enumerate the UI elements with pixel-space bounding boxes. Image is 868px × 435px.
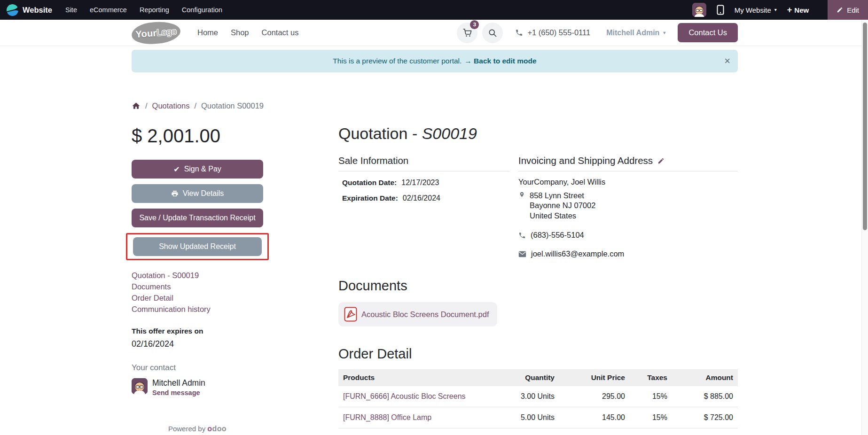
my-website-dropdown[interactable]: My Website ▾	[735, 6, 777, 14]
menu-ecommerce[interactable]: eCommerce	[90, 6, 127, 14]
quotation-sidebar: $ 2,001.00 ✔ Sign & Pay View Details Sav…	[132, 124, 263, 433]
save-update-receipt-button[interactable]: Save / Update Transaction Receipt	[132, 209, 263, 227]
cell-quantity: 3.00 Units	[496, 386, 559, 407]
your-contact-label: Your contact	[132, 363, 263, 373]
website-app-icon	[5, 3, 19, 17]
breadcrumb-home[interactable]	[132, 101, 141, 110]
col-taxes: Taxes	[630, 369, 672, 386]
anchor-order-detail[interactable]: Order Detail	[132, 292, 263, 303]
user-avatar[interactable]	[692, 3, 706, 17]
edit-label: Edit	[847, 6, 859, 14]
cart-button[interactable]: 3	[457, 23, 477, 43]
avatar-image	[132, 378, 148, 394]
address-email-row: joel.willis63@example.com	[518, 249, 738, 258]
check-icon: ✔	[173, 165, 180, 174]
envelope-icon	[518, 251, 526, 257]
breadcrumb-separator: /	[145, 101, 148, 110]
odoo-wordmark[interactable]: odoo	[207, 425, 227, 433]
edit-button[interactable]: Edit	[828, 0, 868, 20]
anchor-communication-history[interactable]: Communication history	[132, 303, 263, 315]
backend-menu: Site eCommerce Reporting Configuration	[65, 6, 222, 14]
title-prefix: Quotation -	[338, 124, 422, 142]
nav-contact-us[interactable]: Contact us	[262, 28, 299, 37]
mobile-preview-icon[interactable]	[717, 5, 724, 15]
search-icon	[488, 28, 497, 38]
header-phone[interactable]: +1 (650) 555-0111	[515, 28, 590, 37]
edit-pencil-icon[interactable]	[657, 157, 665, 164]
documents-heading: Documents	[338, 278, 738, 294]
portal-preview-banner: This is a preview of the customer portal…	[132, 50, 738, 72]
menu-configuration[interactable]: Configuration	[182, 6, 222, 14]
yourlogo-logo[interactable]: YourLogo	[131, 20, 181, 45]
page-title: Quotation - S00019	[338, 124, 738, 143]
offer-expiry: This offer expires on 02/16/2024	[132, 327, 263, 349]
banner-message: This is a preview of the customer portal…	[333, 57, 461, 65]
menu-site[interactable]: Site	[65, 6, 77, 14]
odoo-doo: doo	[212, 425, 227, 433]
anchor-quotation[interactable]: Quotation - S00019	[132, 270, 263, 281]
col-unit-price: Unit Price	[559, 369, 630, 386]
scrollbar-thumb[interactable]	[863, 23, 867, 230]
quotation-date-row: Quotation Date: 12/17/2023	[338, 179, 510, 187]
address-email: joel.willis63@example.com	[531, 249, 624, 258]
send-message-link[interactable]: Send message	[152, 389, 205, 396]
cell-unit-price: 295.00	[559, 386, 630, 407]
nav-shop[interactable]: Shop	[231, 28, 249, 37]
address-street: 858 Lynn Street	[530, 191, 584, 200]
quotation-date-label: Quotation Date:	[342, 179, 397, 187]
info-row: Sale Information Quotation Date: 12/17/2…	[338, 155, 738, 258]
cell-quantity: 5.00 Units	[496, 407, 559, 428]
menu-reporting[interactable]: Reporting	[140, 6, 169, 14]
address-city: Bayonne NJ 07002	[530, 201, 595, 210]
sale-information: Sale Information Quotation Date: 12/17/2…	[338, 155, 510, 258]
address-heading-row: Invoicing and Shipping Address	[518, 155, 738, 171]
nav-home[interactable]: Home	[197, 28, 218, 37]
expiration-date-value: 02/16/2024	[403, 194, 440, 202]
quotation-date-value: 12/17/2023	[401, 179, 439, 187]
address-country: United States	[530, 211, 576, 220]
portal-content: $ 2,001.00 ✔ Sign & Pay View Details Sav…	[132, 124, 738, 435]
document-attachment[interactable]: Acoustic Bloc Screens Document.pdf	[338, 302, 497, 326]
logo-your-text: Your	[135, 27, 157, 39]
contact-us-button[interactable]: Contact Us	[678, 23, 738, 42]
new-button[interactable]: + New	[787, 6, 809, 14]
breadcrumb: / Quotations / Quotation S00019	[132, 101, 868, 110]
app-name: Website	[23, 6, 52, 15]
cell-unit-price: 65.00	[559, 428, 630, 435]
anchor-documents[interactable]: Documents	[132, 281, 263, 292]
close-icon[interactable]: ×	[724, 56, 730, 66]
cart-count-badge: 3	[470, 20, 479, 29]
chevron-down-icon: ▾	[774, 8, 777, 12]
website-app-brand[interactable]: Website	[7, 4, 52, 16]
order-lines-table: Products Quantity Unit Price Taxes Amoun…	[338, 369, 738, 435]
product-link[interactable]: [FURN_6666] Acoustic Bloc Screens	[343, 392, 466, 400]
product-link[interactable]: [FURN_8888] Office Lamp	[343, 413, 431, 421]
cell-taxes: 15%	[630, 386, 672, 407]
site-header-right: 3 +1 (650) 555-0111 Mitchell Admin ▾ Con…	[457, 23, 738, 43]
backend-topbar: Website Site eCommerce Reporting Configu…	[0, 0, 868, 20]
phone-icon	[518, 232, 526, 239]
table-row: [FURN_7777] Office Chair 2.00 Units 65.0…	[338, 428, 738, 435]
order-detail-heading: Order Detail	[338, 346, 738, 362]
contact-card: Mitchell Admin Send message	[132, 378, 263, 396]
header-phone-number: +1 (650) 555-0111	[527, 28, 590, 37]
back-to-edit-link[interactable]: → Back to edit mode	[464, 57, 536, 65]
title-reference: S00019	[422, 124, 477, 142]
user-dropdown[interactable]: Mitchell Admin ▾	[606, 29, 665, 37]
view-details-button[interactable]: View Details	[132, 184, 263, 203]
search-button[interactable]	[482, 23, 503, 43]
col-quantity: Quantity	[496, 369, 559, 386]
sign-pay-button[interactable]: ✔ Sign & Pay	[132, 160, 263, 179]
sidebar-anchors: Quotation - S00019 Documents Order Detai…	[132, 270, 263, 315]
col-products: Products	[338, 369, 496, 386]
address-company: YourCompany, Joel Willis	[518, 178, 738, 186]
show-updated-receipt-button[interactable]: Show Updated Receipt	[133, 237, 262, 256]
printer-icon	[171, 190, 179, 197]
expiration-date-row: Expiration Date: 02/16/2024	[338, 194, 510, 202]
address-heading: Invoicing and Shipping Address	[518, 155, 653, 166]
scrollbar-track[interactable]	[861, 20, 868, 435]
plus-icon: +	[787, 6, 792, 14]
breadcrumb-quotations[interactable]: Quotations	[152, 101, 190, 110]
cell-taxes: 15%	[630, 428, 672, 435]
powered-by: Powered by odoo	[132, 425, 263, 433]
